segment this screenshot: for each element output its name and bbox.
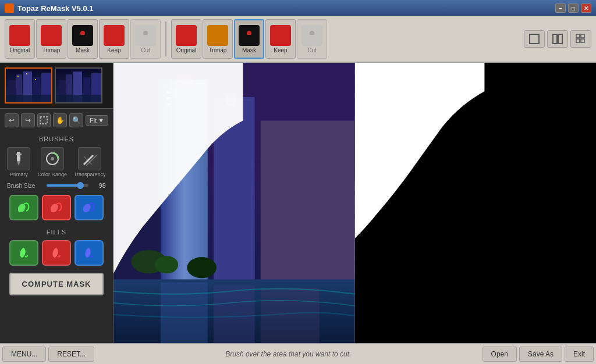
color-range-brush-icon [41,147,64,170]
save-as-button[interactable]: Save As [519,347,562,362]
brush-size-label: Brush Size [7,183,43,189]
exit-button[interactable]: Exit [565,347,594,362]
primary-brush-label: Primary [10,172,28,177]
brush-size-row: Brush Size 98 [5,182,108,189]
svg-point-4 [80,31,85,35]
pan-button[interactable]: ✋ [53,113,67,127]
select-button[interactable] [37,113,51,127]
svg-point-68 [187,257,217,278]
toolbar-trimap-btn[interactable]: Trimap [36,19,66,59]
svg-point-17 [275,35,286,43]
svg-point-7 [108,35,120,43]
svg-point-6 [112,31,116,35]
keep-fill-button[interactable] [9,240,38,266]
toolbar-original2-label: Original [176,47,196,53]
reset-button[interactable]: RESET... [48,347,94,362]
primary-brush-icon [7,147,30,170]
svg-point-0 [17,31,22,35]
redo-button[interactable]: ↪ [21,113,35,127]
open-button[interactable]: Open [483,347,517,362]
brush-size-thumb[interactable] [77,182,84,189]
fills-label: FILLS [47,229,66,235]
svg-point-2 [49,31,54,35]
thumbnail-1[interactable] [5,67,52,104]
thumb-img-2 [56,69,101,102]
thumbnail-area [0,63,113,109]
cut-fill-button[interactable] [42,240,71,266]
svg-point-12 [215,31,220,35]
thumbnail-2[interactable] [55,67,102,104]
svg-rect-24 [581,34,584,38]
restore-button[interactable]: □ [568,3,579,13]
left-panel: ↩ ↪ ✋ 🔍 Fit ▼ BRUSHES [0,63,113,343]
color-range-brush-label: Color Range [37,172,67,177]
brushes-section: BRUSHES Primary [5,132,108,220]
nav-tools: ↩ ↪ ✋ 🔍 Fit ▼ [5,113,108,127]
brush-actions [9,195,104,220]
zoom-button[interactable]: 🔍 [69,113,83,127]
toolbar-cut-btn[interactable]: Cut [130,19,161,59]
single-view-btn[interactable] [524,30,545,48]
right-canvas[interactable] [355,63,597,343]
toolbar-mask2-btn[interactable]: Mask [234,19,264,59]
brush-size-track[interactable] [47,184,88,187]
brushes-label: BRUSHES [39,135,74,142]
split-view-btn[interactable] [547,30,568,48]
svg-point-10 [184,31,189,35]
toolbar-original2-btn[interactable]: Original [171,19,201,59]
toolbar-keep2-label: Keep [274,47,287,53]
window-controls: − □ ✕ [555,3,591,13]
transparency-brush-tool[interactable]: Transparency [74,147,106,177]
svg-rect-72 [261,288,320,343]
toolbar-trimap-label: Trimap [42,47,61,53]
svg-rect-22 [558,34,562,44]
grid-view-btn[interactable] [570,30,591,48]
toolbar-mask-btn[interactable]: Mask [68,19,98,59]
city-image-left [113,63,355,343]
svg-point-18 [310,31,314,35]
primary-brush-tool[interactable]: Primary [7,147,30,177]
svg-rect-71 [214,286,255,343]
minimize-button[interactable]: − [555,3,566,13]
tools-area: ↩ ↪ ✋ 🔍 Fit ▼ BRUSHES [0,109,113,305]
view-mode-buttons [524,30,591,48]
transparency-brush-label: Transparency [74,172,106,177]
svg-rect-33 [17,76,19,77]
svg-rect-45 [17,152,20,161]
compute-mask-button[interactable]: COMPUTE MASK [9,273,104,295]
toolbar-trimap2-btn[interactable]: Trimap [203,19,233,59]
svg-point-19 [306,35,318,43]
status-bar: MENU... RESET... Brush over the area tha… [0,343,596,364]
svg-point-3 [45,35,57,43]
toolbar-original-btn[interactable]: Original [5,19,35,59]
detail-brush-button[interactable] [74,195,104,220]
mask-image [355,63,597,343]
left-canvas[interactable] [113,63,355,343]
svg-point-15 [243,35,255,43]
svg-rect-44 [40,117,47,124]
top-toolbar: Original Trimap Mask Keep [0,16,596,63]
close-button[interactable]: ✕ [581,3,591,13]
status-right-buttons: Open Save As Exit [483,347,594,362]
svg-point-1 [14,35,26,43]
detail-fill-button[interactable] [74,240,104,266]
svg-rect-36 [6,95,52,104]
toolbar-cut2-btn[interactable]: Cut [297,19,327,59]
svg-rect-25 [576,39,580,42]
svg-rect-46 [16,154,22,155]
svg-point-13 [212,35,224,43]
undo-button[interactable]: ↩ [5,113,19,127]
svg-rect-35 [35,79,36,80]
cut-brush-button[interactable] [42,195,71,220]
svg-point-11 [180,35,192,43]
menu-button[interactable]: MENU... [2,347,46,362]
toolbar-keep-btn[interactable]: Keep [99,19,129,59]
toolbar-keep2-btn[interactable]: Keep [265,19,296,59]
keep-brush-button[interactable] [9,195,38,220]
fit-dropdown[interactable]: Fit ▼ [86,115,108,126]
toolbar-separator-1 [165,22,166,56]
fills-section: FILLS [5,225,108,266]
thumb-img-1 [6,69,51,102]
toolbar-mask-label: Mask [76,47,90,53]
color-range-brush-tool[interactable]: Color Range [37,147,67,177]
